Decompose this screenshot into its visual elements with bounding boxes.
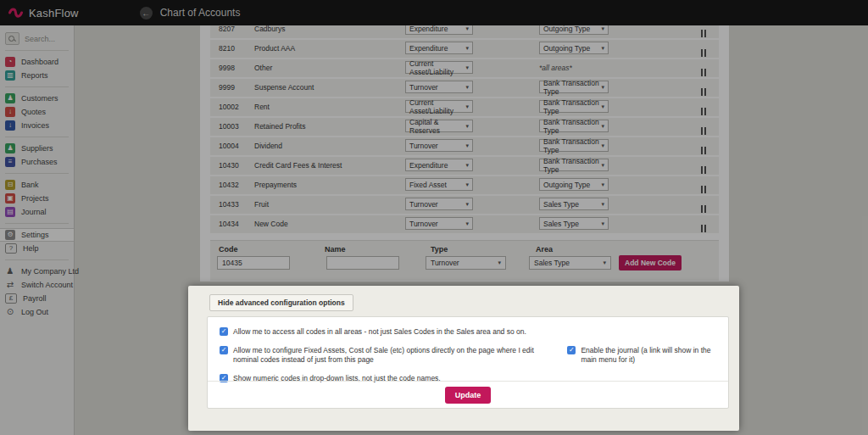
option-label: Enable the journal (a link will show in …: [581, 346, 716, 365]
advanced-option: ✓Enable the journal (a link will show in…: [567, 346, 716, 365]
option-label: Allow me to access all codes in all area…: [233, 327, 526, 337]
advanced-option: ✓Allow me to access all codes in all are…: [220, 327, 526, 337]
advanced-options-card: ✓Allow me to access all codes in all are…: [207, 316, 729, 409]
checkbox-checked-icon[interactable]: ✓: [220, 327, 228, 336]
update-button[interactable]: Update: [445, 387, 492, 404]
option-label: Allow me to configure Fixed Assets, Cost…: [233, 346, 560, 365]
checkbox-checked-icon[interactable]: ✓: [567, 346, 576, 354]
advanced-options-list: ✓Allow me to access all codes in all are…: [208, 317, 728, 383]
hide-advanced-options-button[interactable]: Hide advanced configuration options: [209, 294, 353, 311]
advanced-option: ✓Allow me to configure Fixed Assets, Cos…: [220, 346, 560, 365]
advanced-configuration-panel: Hide advanced configuration options ✓All…: [188, 286, 739, 431]
checkbox-checked-icon[interactable]: ✓: [220, 346, 228, 354]
option-row: ✓Allow me to access all codes in all are…: [220, 327, 716, 337]
advanced-options-footer: Update: [208, 381, 728, 408]
option-row: ✓Allow me to configure Fixed Assets, Cos…: [220, 346, 716, 365]
